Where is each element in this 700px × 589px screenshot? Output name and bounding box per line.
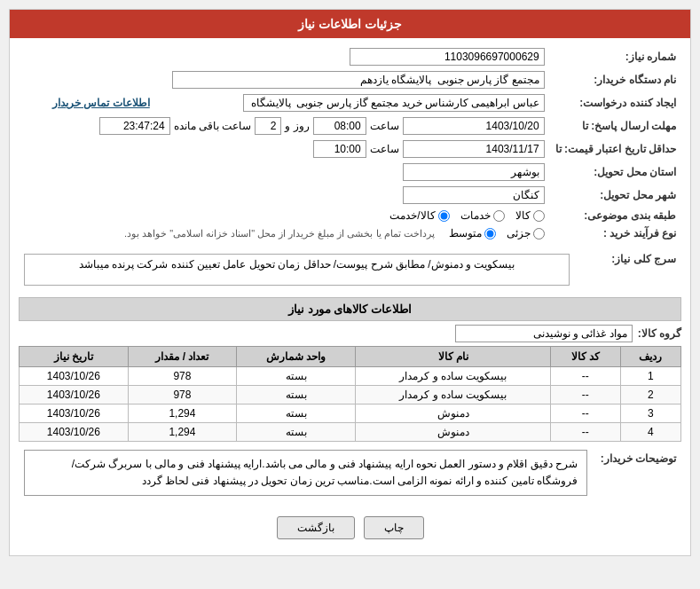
radio-kala-khadamat-label: کالا/خدمت bbox=[389, 209, 435, 222]
ijad-konande-label: ایجاد کننده درخواست: bbox=[550, 91, 681, 114]
main-container: جزئیات اطلاعات نیاز شماره نیاز: نام دستگ… bbox=[9, 9, 691, 556]
cell-kod: -- bbox=[551, 404, 621, 423]
gorohe-kala-row: گروه کالا: bbox=[19, 325, 681, 342]
radio-kala[interactable] bbox=[533, 210, 545, 222]
items-table: ردیف کد کالا نام کالا واحد شمارش تعداد /… bbox=[19, 346, 681, 442]
info-table: شماره نیاز: نام دستگاه خریدار: ایجاد کنن… bbox=[19, 45, 681, 242]
radio-jozei-item: جزئی bbox=[507, 227, 545, 240]
ettelaat-kala-title: اطلاعات کالاهای مورد نیاز bbox=[19, 297, 681, 321]
cell-name: بیسکویت ساده و کرمدار bbox=[356, 386, 551, 404]
cell-kod: -- bbox=[551, 386, 621, 404]
cell-tedad: 1,294 bbox=[128, 404, 237, 423]
cell-tarikh: 1403/10/26 bbox=[20, 367, 129, 386]
radio-khadamat-label: خدمات bbox=[460, 209, 491, 222]
col-tarikh: تاریخ نیاز bbox=[20, 347, 129, 367]
cell-tedad: 978 bbox=[128, 367, 237, 386]
sarj-label: سرج کلی نیاز: bbox=[575, 247, 681, 292]
gorohe-kala-input[interactable] bbox=[455, 325, 633, 342]
radio-kala-item: کالا bbox=[515, 209, 545, 222]
sarj-value: بیسکویت و دمنوش/ مطابق شرح پیوست/ حداقل … bbox=[24, 254, 570, 286]
cell-vahed: بسته bbox=[237, 386, 356, 404]
page-header: جزئیات اطلاعات نیاز bbox=[10, 10, 690, 38]
nam-dastgah-input[interactable] bbox=[172, 71, 545, 89]
cell-kod: -- bbox=[551, 423, 621, 442]
table-row: 3 -- دمنوش بسته 1,294 1403/10/26 bbox=[20, 404, 681, 423]
gorohe-kala-label: گروه کالا: bbox=[638, 327, 681, 340]
print-button[interactable]: چاپ bbox=[364, 516, 424, 539]
mohlat-saat-input[interactable] bbox=[313, 117, 366, 135]
tozi-label: توضیحات خریدار: bbox=[593, 447, 681, 504]
table-row: 1 -- بیسکویت ساده و کرمدار بسته 978 1403… bbox=[20, 367, 681, 386]
cell-tedad: 1,294 bbox=[128, 423, 237, 442]
noe-farayand-label: نوع فرآیند خرید : bbox=[550, 224, 681, 242]
mohlat-label: مهلت ارسال پاسخ: تا bbox=[550, 114, 681, 137]
cell-name: دمنوش bbox=[356, 423, 551, 442]
page-title: جزئیات اطلاعات نیاز bbox=[298, 17, 402, 31]
shomare-niaz-label: شماره نیاز: bbox=[550, 45, 681, 68]
mohlat-baqi-input[interactable] bbox=[99, 117, 170, 135]
cell-tedad: 978 bbox=[128, 386, 237, 404]
radio-kala-khadamat[interactable] bbox=[438, 210, 450, 222]
cell-kod: -- bbox=[551, 367, 621, 386]
ijad-konande-input[interactable] bbox=[243, 94, 545, 112]
tozi-value: شرح دقیق اقلام و دستور العمل نحوه ارایه … bbox=[24, 450, 587, 496]
radio-motavaset[interactable] bbox=[484, 228, 496, 240]
shahr-input[interactable] bbox=[403, 186, 545, 204]
cell-name: بیسکویت ساده و کرمدار bbox=[356, 367, 551, 386]
mohlat-baqi-label: ساعت باقی مانده bbox=[174, 120, 252, 132]
radio-motavaset-label: متوسط bbox=[449, 227, 482, 240]
cell-radif: 2 bbox=[620, 386, 680, 404]
radio-kala-khadamat-item: کالا/خدمت bbox=[389, 209, 449, 222]
radio-jozei[interactable] bbox=[533, 228, 545, 240]
cell-vahed: بسته bbox=[237, 404, 356, 423]
ostan-input[interactable] bbox=[403, 163, 545, 181]
hadaksar-saat-input[interactable] bbox=[313, 140, 366, 158]
hadaksar-label: حداقل تاریخ اعتبار قیمت: تا bbox=[550, 137, 681, 161]
radio-kala-label: کالا bbox=[515, 209, 531, 222]
hadaksar-saat-label: ساعت bbox=[370, 143, 399, 155]
sarj-table: سرج کلی نیاز: بیسکویت و دمنوش/ مطابق شرح… bbox=[19, 247, 681, 292]
mohlat-roz-input[interactable] bbox=[255, 117, 281, 135]
nam-dastgah-label: نام دستگاه خریدار: bbox=[550, 68, 681, 91]
cell-tarikh: 1403/10/26 bbox=[20, 404, 129, 423]
cell-radif: 3 bbox=[620, 404, 680, 423]
cell-tarikh: 1403/10/26 bbox=[20, 386, 129, 404]
col-tedad: تعداد / مقدار bbox=[128, 347, 237, 367]
cell-radif: 1 bbox=[620, 367, 680, 386]
tabaqe-label: طبقه بندی موضوعی: bbox=[550, 207, 681, 224]
tozi-table: توضیحات خریدار: شرح دقیق اقلام و دستور ا… bbox=[19, 447, 681, 504]
col-name: نام کالا bbox=[356, 347, 551, 367]
table-row: 2 -- بیسکویت ساده و کرمدار بسته 978 1403… bbox=[20, 386, 681, 404]
table-row: 4 -- دمنوش بسته 1,294 1403/10/26 bbox=[20, 423, 681, 442]
mohlat-date-input[interactable] bbox=[403, 117, 545, 135]
cell-radif: 4 bbox=[620, 423, 680, 442]
radio-khadamat[interactable] bbox=[493, 210, 505, 222]
col-vahed: واحد شمارش bbox=[237, 347, 356, 367]
col-radif: ردیف bbox=[620, 347, 680, 367]
cell-vahed: بسته bbox=[237, 367, 356, 386]
mohlat-roz-label: روز و bbox=[285, 120, 309, 132]
cell-tarikh: 1403/10/26 bbox=[20, 423, 129, 442]
hadaksar-date-input[interactable] bbox=[403, 140, 545, 158]
button-row: چاپ بازگشت bbox=[19, 509, 681, 548]
cell-vahed: بسته bbox=[237, 423, 356, 442]
radio-jozei-label: جزئی bbox=[507, 227, 531, 240]
radio-khadamat-item: خدمات bbox=[460, 209, 505, 222]
mohlat-saat-label: ساعت bbox=[370, 120, 399, 132]
col-kod: کد کالا bbox=[551, 347, 621, 367]
ettelaat-link[interactable]: اطلاعات تماس خریدار bbox=[52, 97, 150, 109]
cell-name: دمنوش bbox=[356, 404, 551, 423]
back-button[interactable]: بازگشت bbox=[277, 516, 355, 539]
radio-motavaset-item: متوسط bbox=[449, 227, 496, 240]
noe-farayand-note: پرداخت تمام یا بخشی از مبلغ خریدار از مح… bbox=[124, 228, 435, 240]
ostan-label: استان محل تحویل: bbox=[550, 161, 681, 184]
shahr-label: شهر محل تحویل: bbox=[550, 184, 681, 207]
shomare-niaz-input[interactable] bbox=[350, 48, 545, 66]
